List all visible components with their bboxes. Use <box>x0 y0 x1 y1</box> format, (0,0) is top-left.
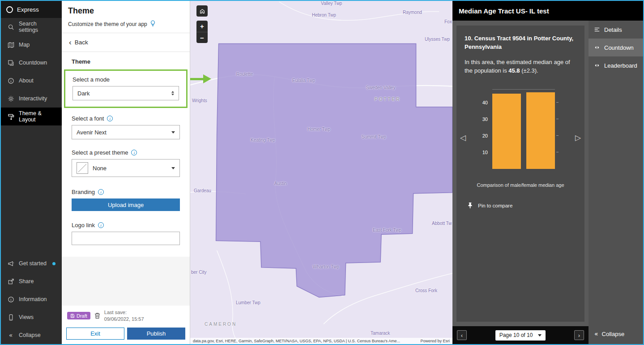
sidebar-item-about[interactable]: About <box>1 72 62 90</box>
sidebar-item-get-started[interactable]: Get started <box>1 254 62 272</box>
logo-link-input[interactable] <box>72 232 180 245</box>
app-window: Express Search settings Map Countdown Ab… <box>0 0 644 345</box>
theme-form: Theme Select a mode Dark Select a font i… <box>62 52 190 257</box>
preset-selected-value: None <box>93 165 107 172</box>
tab-countdown[interactable]: Countdown <box>589 39 643 56</box>
tab-leaderboard[interactable]: Leaderboard <box>589 56 643 74</box>
feature-card: 10. Census Tract 9504 in Potter County, … <box>456 26 584 322</box>
sidebar-item-information[interactable]: Information <box>1 290 62 308</box>
settings-body: Theme Select a mode Dark Select a font i… <box>62 52 190 306</box>
home-button[interactable] <box>196 5 208 17</box>
sidebar-item-map[interactable]: Map <box>1 36 62 54</box>
collapse-panel-button[interactable]: « Collapse <box>589 323 643 344</box>
section-title: Theme <box>72 58 180 65</box>
sidebar-spacer <box>1 125 62 254</box>
none-swatch-icon <box>77 162 88 174</box>
pagination-bar: ‹ Page 10 of 10 › <box>452 326 589 344</box>
map-place-label: Sweden Valley <box>366 85 395 90</box>
chevron-down-icon <box>171 167 175 169</box>
branding-label: Branding <box>72 189 95 195</box>
map-place-label: POTTER <box>375 97 401 102</box>
share-icon <box>7 278 14 285</box>
page-indicator: Page 10 of 10 <box>499 332 533 338</box>
map-place-label: Roulette <box>236 72 253 77</box>
map-place-label: Keating Twp <box>251 138 275 142</box>
sidebar-item-label: Search settings <box>19 21 55 33</box>
sidebar-item-views[interactable]: Views <box>1 308 62 326</box>
back-button[interactable]: ‹ Back <box>62 33 190 52</box>
save-icon <box>70 314 75 318</box>
preset-theme-select[interactable]: None <box>72 159 180 177</box>
sidebar-item-label: Information <box>19 296 47 302</box>
previous-feature-chevron[interactable]: ◁ <box>460 133 466 142</box>
map-place-label: Summit Twp <box>362 134 386 139</box>
sidebar-item-share[interactable]: Share <box>1 272 62 290</box>
app-brand: Express <box>1 1 62 18</box>
trash-icon <box>94 312 101 319</box>
app-name: Express <box>17 6 39 13</box>
axis-tick-mark <box>556 102 559 103</box>
map-place-label: Fox <box>444 19 452 24</box>
census-tract-polygon[interactable] <box>216 44 452 298</box>
chart-bar-female <box>526 92 555 169</box>
publish-button[interactable]: Publish <box>127 328 185 340</box>
upload-image-button[interactable]: Upload image <box>72 198 180 211</box>
axis-tick-mark <box>556 135 559 136</box>
font-select[interactable]: Avenir Next <box>72 125 180 139</box>
tab-label: Countdown <box>604 44 634 51</box>
delete-draft-button[interactable] <box>94 312 101 319</box>
chart-caption: Comparison of male/female median age <box>465 182 576 188</box>
feature-heading: 10. Census Tract 9504 in Potter County, … <box>465 34 576 52</box>
font-label: Select a font <box>72 115 104 122</box>
zoom-out-button[interactable]: − <box>196 32 208 43</box>
preset-theme-label: Select a preset theme <box>72 149 128 156</box>
map-place-label: Eulalia Twp <box>292 78 315 83</box>
pushpin-icon <box>467 202 473 209</box>
map-place-label: Cross Fork <box>415 288 437 293</box>
sidebar-item-search-settings[interactable]: Search settings <box>1 18 62 36</box>
bar-chart-ticks: 10203040 <box>477 89 492 169</box>
font-selected-value: Avenir Next <box>77 129 107 136</box>
map-attribution: data.pa.gov, Esri, HERE, Garmin, SafeGra… <box>190 338 452 344</box>
next-feature-chevron[interactable]: ▷ <box>575 133 581 142</box>
sidebar-item-collapse[interactable]: « Collapse <box>1 326 62 344</box>
bar-chart: 10203040 <box>477 89 576 169</box>
mode-select[interactable]: Dark <box>73 86 179 100</box>
median-age-value: 45.8 <box>508 67 520 74</box>
settings-footer: Draft Last save: 09/06/2022, 15:57 Exit … <box>62 306 190 344</box>
next-page-button[interactable]: › <box>574 330 584 340</box>
app-preview-panel: Median Age Tract US- IL test 10. Census … <box>452 1 643 344</box>
preview-tabs: Details Countdown Leaderboard « Collapse <box>589 21 643 344</box>
y-tick-label: 40 <box>482 100 488 105</box>
page-selector[interactable]: Page 10 of 10 <box>495 330 546 341</box>
annotation-arrow-head <box>203 74 211 83</box>
map-canvas[interactable]: Valley TwpHebron TwpRaymondFoxUlysses Tw… <box>190 1 452 344</box>
sidebar-item-countdown[interactable]: Countdown <box>1 54 62 72</box>
sidebar-item-theme-layout[interactable]: Theme & Layout <box>1 108 62 125</box>
annotation-highlight-box: Select a mode Dark <box>64 69 188 108</box>
previous-page-button[interactable]: ‹ <box>457 330 467 340</box>
info-icon[interactable]: i <box>107 116 113 121</box>
zoom-in-button[interactable]: + <box>196 21 208 32</box>
sidebar-item-label: Collapse <box>19 332 41 338</box>
feature-description: In this area, the estimated median age o… <box>465 58 576 75</box>
tab-details[interactable]: Details <box>589 21 643 39</box>
powered-by-esri: Powered by Esri <box>420 339 450 343</box>
map-place-label: Homer Twp <box>307 127 330 132</box>
app-title-bar: Median Age Tract US- IL test <box>452 1 643 21</box>
map-place-label: Wrights <box>192 98 207 103</box>
last-save-text: Last save: 09/06/2022, 15:57 <box>104 309 144 322</box>
y-tick-label: 20 <box>482 133 488 138</box>
info-icon[interactable]: i <box>131 150 137 155</box>
exit-button[interactable]: Exit <box>66 328 124 340</box>
y-tick-label: 30 <box>482 116 488 122</box>
details-icon <box>594 26 600 33</box>
info-icon[interactable]: i <box>98 189 104 195</box>
mode-selected-value: Dark <box>77 90 90 97</box>
sidebar-item-interactivity[interactable]: Interactivity <box>1 90 62 108</box>
logo-link-label: Logo link <box>72 222 95 229</box>
info-icon[interactable]: i <box>98 222 104 228</box>
sidebar-item-label: Map <box>19 42 30 48</box>
map-place-label: Tamarack <box>371 331 390 336</box>
pin-to-compare-button[interactable]: Pin to compare <box>465 202 512 209</box>
